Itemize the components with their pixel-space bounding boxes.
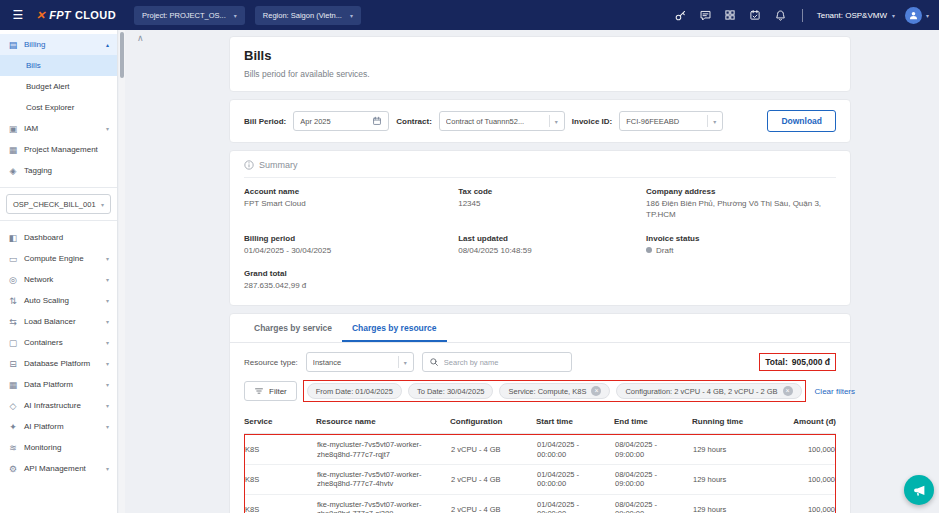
sidebar-item-cost-explorer[interactable]: Cost Explorer — [0, 97, 117, 118]
ai-infrastructure-icon: ◇ — [8, 401, 18, 411]
megaphone-icon — [912, 483, 927, 498]
page-subtitle: Bills period for available services. — [244, 69, 836, 79]
sidebar-item-project-management[interactable]: ▦ Project Management — [0, 139, 117, 160]
bell-icon[interactable] — [773, 8, 788, 23]
chevron-down-icon: ▾ — [106, 255, 109, 262]
apps-grid-icon[interactable] — [723, 8, 738, 23]
chevron-down-icon: ▾ — [106, 276, 109, 283]
fpt-cloud-logo[interactable]: ✕ FPT CLOUD — [36, 9, 116, 22]
sidebar-item-billing[interactable]: ▤ Billing ▴ — [0, 34, 117, 55]
cell-resource-name: fke-mycluster-7vs5vt07-worker-zhe8q8hd-7… — [317, 500, 445, 513]
status-dot-icon — [646, 247, 652, 253]
chip-label: From Date: 01/04/2025 — [316, 387, 393, 396]
tab-charges-by-service[interactable]: Charges by service — [244, 314, 342, 342]
summary-title: Summary — [259, 160, 298, 170]
sidebar-item-load-balancer[interactable]: ⇆ Load Balancer ▾ — [0, 311, 117, 332]
chevron-down-icon: ▾ — [926, 12, 929, 19]
user-menu[interactable]: ▾ — [905, 7, 929, 24]
invoice-id-select[interactable]: FCI-96FEEABD ▾ — [619, 111, 723, 131]
chip-configuration[interactable]: Configuration: 2 vCPU - 4 GB, 2 vCPU - 2… — [616, 383, 801, 399]
chip-remove-icon[interactable] — [591, 386, 601, 396]
topbar-separator — [802, 9, 803, 22]
search-input[interactable] — [444, 358, 565, 367]
monitoring-icon: ≋ — [8, 443, 18, 453]
contract-select[interactable]: Contract of Tuannn52... ▾ — [439, 111, 565, 131]
sidebar-item-label: Auto Scaling — [24, 296, 69, 305]
chevron-down-icon: ▾ — [350, 12, 353, 19]
charges-total-annotated: Total: 905,000 đ — [759, 353, 836, 371]
sidebar-item-monitoring[interactable]: ≋ Monitoring — [0, 437, 117, 458]
cell-end-time: 08/04/2025 - 09:00:00 — [615, 440, 687, 459]
sidebar-item-iam[interactable]: ▣ IAM ▾ — [0, 118, 117, 139]
filter-button[interactable]: Filter — [244, 381, 297, 401]
sidebar-item-data-platform[interactable]: ▦ Data Platform ▾ — [0, 374, 117, 395]
sidebar-item-label: API Management — [24, 464, 86, 473]
workspace-select-value: OSP_CHECK_BILL_001 — [13, 200, 96, 209]
sidebar-item-label: Containers — [24, 338, 63, 347]
table-row: K8S fke-mycluster-7vs5vt07-worker-zhe8q8… — [245, 495, 835, 513]
cell-amount: 100,000 — [779, 445, 835, 454]
bill-period-input[interactable]: Apr 2025 — [293, 111, 389, 131]
clear-filters-link[interactable]: Clear filters — [815, 387, 855, 396]
sidebar-item-ai-platform[interactable]: ✦ AI Platform ▾ — [0, 416, 117, 437]
filter-button-label: Filter — [269, 387, 287, 396]
region-dropdown[interactable]: Region: Saigon (Vietn... ▾ — [255, 6, 361, 25]
top-navbar: ☰ ✕ FPT CLOUD Project: PROJECT_OS... ▾ R… — [0, 0, 939, 30]
sidebar-divider — [0, 220, 117, 221]
tab-charges-by-resource[interactable]: Charges by resource — [342, 314, 447, 342]
cell-start-time: 01/04/2025 - 00:00:00 — [537, 470, 609, 489]
col-header-amount: Amount (đ) — [778, 417, 836, 426]
sidebar-item-label: AI Infrastructure — [24, 401, 81, 410]
chip-remove-icon[interactable] — [783, 386, 793, 396]
field-label: Tax code — [458, 187, 634, 196]
sidebar-item-tagging[interactable]: ◈ Tagging — [0, 160, 117, 181]
charges-table: Service Resource name Configuration Star… — [230, 410, 850, 513]
key-icon[interactable] — [673, 8, 688, 23]
sidebar-divider — [0, 187, 117, 188]
chip-from-date[interactable]: From Date: 01/04/2025 — [307, 383, 402, 399]
sidebar-item-label: Database Platform — [24, 359, 90, 368]
calendar-icon[interactable] — [748, 8, 763, 23]
sidebar-item-budget-alert[interactable]: Budget Alert — [0, 76, 117, 97]
sidebar-item-auto-scaling[interactable]: ⇅ Auto Scaling ▾ — [0, 290, 117, 311]
tenant-dropdown[interactable]: Tenant: OSP&VMW ▾ — [817, 11, 895, 20]
chat-icon[interactable] — [698, 8, 713, 23]
summary-field-grand-total: Grand total 287.635.042,99 đ — [244, 269, 446, 292]
support-chat-fab[interactable] — [904, 475, 934, 505]
sidebar-item-containers[interactable]: ▢ Containers ▾ — [0, 332, 117, 353]
sidebar-item-compute-engine[interactable]: ▭ Compute Engine ▾ — [0, 248, 117, 269]
sidebar-item-dashboard[interactable]: ◧ Dashboard — [0, 227, 117, 248]
resource-type-select[interactable]: Instance ▾ — [306, 352, 414, 372]
filter-chips-row: Filter From Date: 01/04/2025 To Date: 30… — [230, 378, 850, 410]
cell-amount: 100,000 — [779, 475, 835, 484]
sidebar-item-ai-infrastructure[interactable]: ◇ AI Infrastructure ▾ — [0, 395, 117, 416]
tagging-icon: ◈ — [8, 166, 18, 176]
sidebar-item-label: Compute Engine — [24, 254, 84, 263]
sidebar-scrollbar-thumb[interactable] — [120, 32, 124, 78]
project-dropdown[interactable]: Project: PROJECT_OS... ▾ — [134, 6, 245, 25]
sidebar-item-label: Load Balancer — [24, 317, 76, 326]
sidebar-item-database-platform[interactable]: ⊟ Database Platform ▾ — [0, 353, 117, 374]
download-button[interactable]: Download — [767, 110, 836, 132]
summary-header: Summary — [244, 160, 836, 178]
summary-field-tax-code: Tax code 12345 — [458, 187, 634, 221]
sidebar-item-api-management[interactable]: ⚙ API Management ▾ — [0, 458, 117, 479]
chevron-down-icon: ▾ — [106, 339, 109, 346]
auto-scaling-icon: ⇅ — [8, 296, 18, 306]
cell-service: K8S — [245, 505, 311, 513]
select-divider — [398, 356, 399, 368]
hamburger-menu-icon[interactable]: ☰ — [10, 8, 26, 22]
sidebar-item-label: Billing — [24, 40, 45, 49]
sidebar-item-network[interactable]: ◎ Network ▾ — [0, 269, 117, 290]
chip-service[interactable]: Service: Compute, K8S — [499, 383, 610, 399]
table-row: K8S fke-mycluster-7vs5vt07-worker-zhe8q8… — [245, 435, 835, 465]
chevron-down-icon: ▾ — [106, 423, 109, 430]
chip-to-date[interactable]: To Date: 30/04/2025 — [408, 383, 494, 399]
sidebar-item-label: Bills — [26, 61, 41, 70]
workspace-select[interactable]: OSP_CHECK_BILL_001 ▾ — [6, 194, 111, 214]
cell-configuration: 2 vCPU - 4 GB — [451, 445, 531, 454]
compute-engine-icon: ▭ — [8, 254, 18, 264]
chevron-down-icon: ▾ — [713, 118, 716, 125]
sidebar-item-bills[interactable]: Bills — [0, 55, 117, 76]
summary-field-invoice-status: Invoice status Draft — [646, 234, 836, 257]
